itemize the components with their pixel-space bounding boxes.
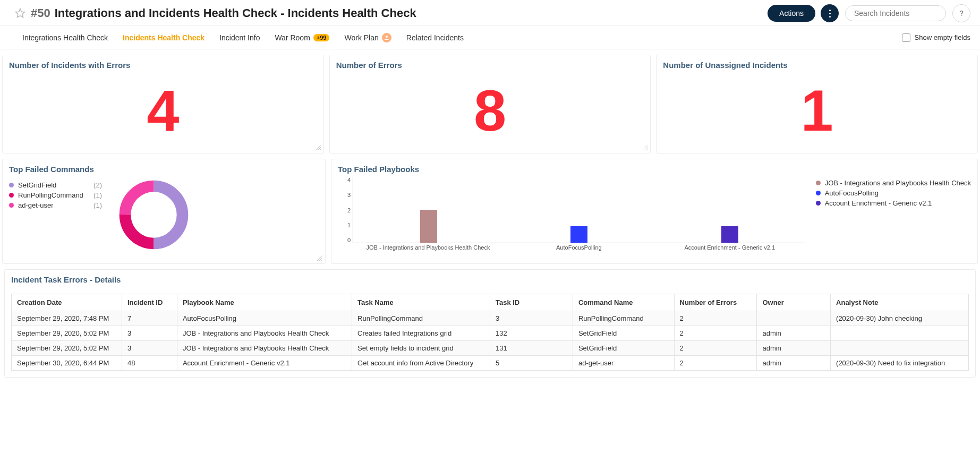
legend-count: (2) — [93, 181, 102, 189]
bar[interactable] — [420, 210, 437, 243]
legend-item[interactable]: RunPollingCommand(1) — [9, 191, 102, 199]
x-tick-label: Account Enrichment - Generic v2.1 — [654, 244, 805, 254]
donut-chart — [118, 179, 190, 251]
legend-item[interactable]: ad-get-user(1) — [9, 201, 102, 209]
tab-work-plan[interactable]: Work Plan — [337, 26, 398, 49]
legend-color-icon — [9, 203, 14, 208]
y-tick: 3 — [347, 192, 351, 198]
table-row[interactable]: September 29, 2020, 7:48 PM7AutoFocusPol… — [12, 311, 969, 326]
help-button[interactable]: ? — [952, 4, 970, 22]
card-title: Top Failed Commands — [9, 165, 319, 174]
kebab-icon — [829, 10, 831, 18]
table-cell: Account Enrichment - Generic v2.1 — [177, 356, 352, 371]
plot-area — [353, 177, 805, 243]
legend-item[interactable]: JOB - Integrations and Playbooks Health … — [816, 179, 971, 187]
table-cell: admin — [757, 341, 831, 356]
column-header[interactable]: Owner — [757, 294, 831, 311]
table-cell: admin — [757, 356, 831, 371]
table-row[interactable]: September 29, 2020, 5:02 PM3JOB - Integr… — [12, 341, 969, 356]
tab-label: Integrations Health Check — [22, 33, 108, 42]
table-cell: September 29, 2020, 5:02 PM — [12, 341, 122, 356]
errors-table: Creation DateIncident IDPlaybook NameTas… — [11, 294, 969, 371]
column-header[interactable]: Analyst Note — [831, 294, 969, 311]
legend-count: (1) — [93, 191, 102, 199]
legend-color-icon — [9, 183, 14, 187]
column-header[interactable]: Task Name — [352, 294, 490, 311]
tab-related-incidents[interactable]: Related Incidents — [399, 26, 471, 49]
table-cell: SetGridField — [573, 341, 674, 356]
tab-war-room[interactable]: War Room+99 — [267, 26, 337, 49]
legend-label: SetGridField — [18, 181, 56, 189]
top-failed-commands: Top Failed Commands SetGridField(2)RunPo… — [2, 159, 326, 264]
table-cell: September 30, 2020, 6:44 PM — [12, 356, 122, 371]
page-title: Integrations and Incidents Health Check … — [55, 6, 416, 20]
tabs: Integrations Health CheckIncidents Healt… — [0, 26, 980, 49]
legend-item[interactable]: SetGridField(2) — [9, 181, 102, 189]
table-row[interactable]: September 29, 2020, 5:02 PM3JOB - Integr… — [12, 326, 969, 341]
incident-task-errors-table: Incident Task Errors - Details Creation … — [4, 269, 976, 378]
table-cell: (2020-09-30) John checking — [831, 311, 969, 326]
table-cell — [757, 311, 831, 326]
table-cell: 3 — [122, 341, 177, 356]
bar[interactable] — [721, 226, 738, 243]
show-empty-fields-toggle[interactable]: Show empty fields — [902, 33, 971, 42]
legend-label: AutoFocusPolling — [825, 189, 879, 197]
table-cell: JOB - Integrations and Playbooks Health … — [177, 341, 352, 356]
table-cell: 2 — [674, 341, 757, 356]
column-header[interactable]: Task ID — [490, 294, 573, 311]
tab-label: Incidents Health Check — [123, 33, 204, 42]
tab-incidents-health-check[interactable]: Incidents Health Check — [115, 26, 212, 49]
tab-label: War Room — [275, 33, 310, 42]
legend-color-icon — [816, 191, 821, 195]
column-header[interactable]: Incident ID — [122, 294, 177, 311]
legend-count: (1) — [93, 201, 102, 209]
tab-integrations-health-check[interactable]: Integrations Health Check — [15, 26, 115, 49]
more-menu-button[interactable] — [821, 4, 839, 22]
column-header[interactable]: Number of Errors — [674, 294, 757, 311]
tab-incident-info[interactable]: Incident Info — [212, 26, 267, 49]
show-empty-label: Show empty fields — [915, 33, 971, 41]
x-tick-label: AutoFocusPolling — [504, 244, 654, 254]
metric-number-of-errors: Number of Errors 8 — [329, 55, 651, 153]
table-cell: (2020-09-30) Need to fix integration — [831, 356, 969, 371]
table-cell: RunPollingCommand — [573, 311, 674, 326]
metric-value: 1 — [663, 73, 971, 149]
legend-label: JOB - Integrations and Playbooks Health … — [825, 179, 971, 187]
table-cell: 3 — [122, 326, 177, 341]
column-header[interactable]: Playbook Name — [177, 294, 352, 311]
column-header[interactable]: Creation Date — [12, 294, 122, 311]
checkbox-icon[interactable] — [902, 33, 910, 42]
card-title: Number of Unassigned Incidents — [663, 61, 971, 70]
card-title: Number of Incidents with Errors — [9, 61, 317, 70]
search-input[interactable] — [845, 5, 946, 21]
actions-button[interactable]: Actions — [768, 5, 815, 22]
table-cell — [831, 326, 969, 341]
table-row[interactable]: September 30, 2020, 6:44 PM48Account Enr… — [12, 356, 969, 371]
x-axis-labels: JOB - Integrations and Playbooks Health … — [353, 244, 805, 254]
bar-chart: 43210 JOB - Integrations and Playbooks H… — [338, 177, 805, 254]
legend-item[interactable]: Account Enrichment - Generic v2.1 — [816, 199, 971, 207]
top-failed-playbooks: Top Failed Playbooks 43210 JOB - Integra… — [331, 159, 978, 264]
column-header[interactable]: Command Name — [573, 294, 674, 311]
table-cell: 2 — [674, 311, 757, 326]
legend-item[interactable]: AutoFocusPolling — [816, 189, 971, 197]
metric-incidents-with-errors: Number of Incidents with Errors 4 — [2, 55, 324, 153]
card-title: Top Failed Playbooks — [338, 165, 971, 174]
legend-color-icon — [816, 181, 821, 185]
table-cell: 2 — [674, 326, 757, 341]
star-icon[interactable] — [15, 8, 25, 19]
chart-legend: JOB - Integrations and Playbooks Health … — [816, 177, 971, 209]
y-tick: 2 — [347, 207, 351, 213]
table-cell: Set empty fields to incident grid — [352, 341, 490, 356]
table-cell: September 29, 2020, 5:02 PM — [12, 326, 122, 341]
y-axis: 43210 — [338, 177, 353, 243]
table-cell: September 29, 2020, 7:48 PM — [12, 311, 122, 326]
table-cell: JOB - Integrations and Playbooks Health … — [177, 326, 352, 341]
table-cell: 3 — [490, 311, 573, 326]
bar[interactable] — [570, 226, 587, 243]
table-cell: 2 — [674, 356, 757, 371]
x-tick-label: JOB - Integrations and Playbooks Health … — [353, 244, 504, 254]
table-cell: ad-get-user — [573, 356, 674, 371]
y-tick: 1 — [347, 222, 351, 228]
table-cell — [831, 341, 969, 356]
